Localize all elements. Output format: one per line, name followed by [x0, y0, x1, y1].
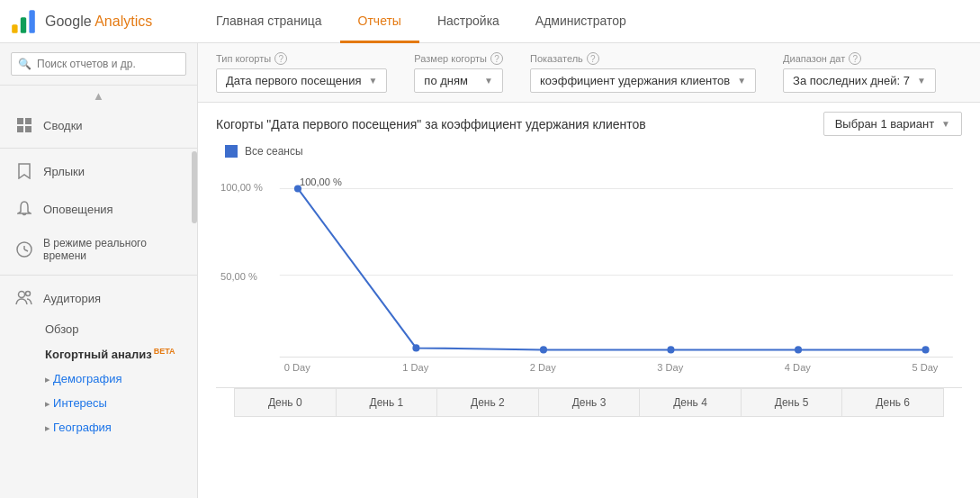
cohort-size-group: Размер когорты ? по дням ▼: [414, 52, 503, 93]
sidebar-label-auditoriya: Аудитория: [43, 292, 101, 305]
svg-point-10: [19, 292, 25, 298]
legend-label: Все сеансы: [245, 145, 303, 158]
svg-line-9: [24, 249, 28, 251]
chart-svg: 100,00 % 50,00 % 100,0: [216, 163, 962, 387]
chart-title: Когорты "Дата первого посещения" за коэф…: [216, 117, 646, 131]
indicator-label: Показатель ?: [530, 52, 756, 65]
indicator-help-icon[interactable]: ?: [587, 52, 599, 65]
cohort-type-label: Тип когорты ?: [216, 52, 387, 65]
chart-section: Когорты "Дата первого посещения" за коэф…: [198, 103, 980, 435]
people-icon: [14, 288, 34, 308]
tab-reports[interactable]: Отчеты: [340, 1, 419, 43]
data-point-4: [795, 346, 802, 353]
svg-rect-6: [25, 126, 31, 132]
sidebar-label-svodki: Сводки: [43, 119, 83, 132]
cohort-type-group: Тип когорты ? Дата первого посещения ▼: [216, 52, 387, 93]
nav-tabs: Главная страница Отчеты Настройка Админи…: [198, 0, 980, 42]
clock-icon: [14, 240, 34, 259]
grid-icon: [14, 115, 34, 135]
bookmark-icon: [14, 161, 34, 181]
date-range-help-icon[interactable]: ?: [849, 52, 861, 65]
date-range-group: Диапазон дат ? За последних дней: 7 ▼: [783, 52, 936, 93]
svg-rect-3: [17, 118, 23, 124]
chart-container: 100,00 % 50,00 % 100,0: [216, 163, 962, 388]
svg-text:0 Day: 0 Day: [284, 362, 310, 373]
beta-badge: BETA: [154, 347, 175, 356]
divider-1: [0, 148, 197, 149]
svg-text:2 Day: 2 Day: [530, 362, 556, 373]
date-range-select[interactable]: За последних дней: 7 ▼: [783, 68, 936, 93]
divider-2: [0, 275, 197, 276]
sidebar-item-realtime[interactable]: В режиме реального времени: [0, 228, 197, 271]
svg-rect-1: [21, 17, 26, 33]
cohort-size-label: Размер когорты ?: [414, 52, 503, 65]
indicator-select[interactable]: коэффициент удержания клиентов ▼: [530, 68, 756, 93]
svg-text:4 Day: 4 Day: [785, 362, 811, 373]
table-header-1: День 1: [336, 389, 437, 417]
scroll-up-btn[interactable]: ▲: [0, 86, 197, 106]
svg-text:100,00 %: 100,00 %: [300, 177, 342, 187]
sidebar-label-realtime: В режиме реального времени: [43, 237, 186, 262]
table-header-0: День 0: [235, 389, 337, 417]
data-table: День 0 День 1 День 2 День 3 День 4 День …: [234, 388, 944, 417]
chart-header: Когорты "Дата первого посещения" за коэф…: [216, 112, 962, 136]
table-header-3: День 3: [538, 389, 640, 417]
date-range-label: Диапазон дат ?: [783, 52, 936, 65]
svg-rect-0: [12, 24, 17, 33]
tab-settings[interactable]: Настройка: [419, 1, 517, 43]
search-input[interactable]: [11, 52, 186, 76]
tab-admin[interactable]: Администратор: [517, 1, 644, 43]
segment-arrow-icon: ▼: [941, 119, 950, 129]
sidebar-item-opovescheniya[interactable]: Оповещения: [0, 190, 197, 228]
data-point-5: [922, 346, 930, 353]
sidebar-label-yarlyky: Ярлыки: [43, 165, 85, 178]
table-header-4: День 4: [640, 389, 742, 417]
cohort-size-select[interactable]: по дням ▼: [414, 68, 503, 93]
svg-rect-2: [29, 10, 34, 33]
svg-point-11: [26, 292, 31, 296]
data-point-1: [412, 344, 419, 351]
sidebar-sub-interesy[interactable]: Интересы: [0, 391, 197, 415]
sidebar-item-auditoriya[interactable]: Аудитория: [0, 279, 197, 317]
sidebar-label-opovescheniya: Оповещения: [43, 203, 113, 216]
sidebar-item-yarlyky[interactable]: Ярлыки: [0, 152, 197, 190]
sidebar-search-area: 🔍: [0, 43, 197, 86]
svg-text:100,00 %: 100,00 %: [220, 182, 263, 193]
svg-text:5 Day: 5 Day: [912, 362, 938, 373]
indicator-arrow-icon: ▼: [737, 76, 746, 86]
content-area: Тип когорты ? Дата первого посещения ▼ Р…: [198, 43, 980, 498]
date-range-arrow-icon: ▼: [917, 76, 926, 86]
table-header-6: День 6: [842, 389, 944, 417]
cohort-type-help-icon[interactable]: ?: [274, 52, 287, 65]
table-header-5: День 5: [741, 389, 842, 417]
cohort-type-select[interactable]: Дата первого посещения ▼: [216, 68, 387, 93]
data-point-2: [540, 346, 547, 353]
legend-color-box: [225, 145, 238, 158]
cohort-size-help-icon[interactable]: ?: [490, 52, 503, 65]
logo-area: Google Analytics: [0, 7, 198, 36]
svg-rect-4: [25, 118, 31, 124]
svg-rect-5: [17, 126, 23, 132]
header: Google Analytics Главная страница Отчеты…: [0, 0, 980, 43]
svg-text:1 Day: 1 Day: [402, 362, 428, 373]
scroll-handle[interactable]: [192, 151, 197, 223]
bell-icon: [14, 199, 34, 219]
sidebar-sub-demografiya[interactable]: Демография: [0, 367, 197, 391]
cohort-type-arrow-icon: ▼: [368, 76, 377, 86]
logo-text: Google Analytics: [45, 14, 152, 30]
sidebar-sub-kogortny[interactable]: Когортный анализBETA: [0, 341, 197, 367]
sidebar: 🔍 ▲ Сводки Ярлыки Оповещения: [0, 43, 198, 498]
indicator-group: Показатель ? коэффициент удержания клиен…: [530, 52, 756, 93]
sidebar-sub-geografiya[interactable]: География: [0, 415, 197, 439]
tab-home[interactable]: Главная страница: [198, 1, 340, 43]
table-header-2: День 2: [437, 389, 539, 417]
search-icon: 🔍: [18, 58, 31, 70]
filter-bar: Тип когорты ? Дата первого посещения ▼ Р…: [198, 43, 980, 103]
sidebar-sub-obzor[interactable]: Обзор: [0, 317, 197, 341]
segment-button[interactable]: Выбран 1 вариант ▼: [823, 112, 962, 136]
sidebar-item-svodki[interactable]: Сводки: [0, 106, 197, 144]
main-layout: 🔍 ▲ Сводки Ярлыки Оповещения: [0, 43, 980, 498]
table-section: День 0 День 1 День 2 День 3 День 4 День …: [216, 388, 962, 426]
svg-text:50,00 %: 50,00 %: [220, 271, 257, 282]
table-header-row: День 0 День 1 День 2 День 3 День 4 День …: [235, 389, 944, 417]
